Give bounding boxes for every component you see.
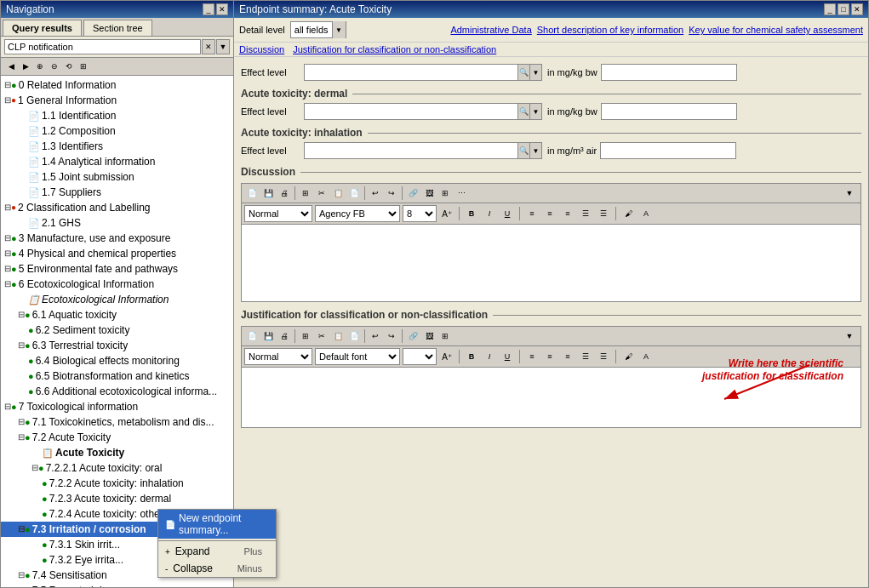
dermal-effect-search-btn[interactable]: 🔍	[517, 104, 529, 119]
editor-undo-btn[interactable]: ↩	[368, 186, 383, 201]
editor-link-btn[interactable]: 🔗	[405, 186, 420, 201]
nav-add-btn[interactable]: ⊕	[33, 60, 47, 73]
discussion-paint-btn[interactable]: 🖌	[620, 206, 636, 221]
collapse-tree-icon[interactable]: ⊟	[4, 277, 11, 291]
discussion-bold-btn[interactable]: B	[464, 206, 479, 221]
tab-admin-data[interactable]: Administrative Data	[450, 25, 531, 35]
just-color-btn[interactable]: A	[638, 349, 654, 364]
collapse-tree-icon[interactable]: ⊟	[18, 431, 25, 444]
justification-editor-body[interactable]	[242, 368, 860, 427]
tab-key-value[interactable]: Key value for chemical safety assessment	[689, 25, 863, 35]
tree-item-1_7[interactable]: 📄 1.7 Suppliers	[1, 185, 233, 200]
editor-new-btn[interactable]: 📄	[244, 186, 260, 201]
just-table2-btn[interactable]: ⊞	[437, 328, 453, 344]
just-print-btn[interactable]: 🖨	[277, 328, 292, 344]
discussion-color-btn[interactable]: A	[638, 206, 654, 221]
nav-minimize-btn[interactable]: _	[203, 3, 214, 15]
discussion-size-select[interactable]: 8	[403, 205, 437, 222]
editor-redo-btn[interactable]: ↪	[384, 186, 399, 201]
collapse-tree-icon[interactable]: ⊟	[4, 94, 11, 107]
editor-more-btn[interactable]: ⋯	[454, 186, 469, 201]
tree-item-7_1[interactable]: ⊟ ● 7.1 Toxicokinetics, metabolism and d…	[1, 414, 233, 430]
just-redo-btn[interactable]: ↪	[384, 328, 399, 344]
just-save-btn[interactable]: 💾	[260, 328, 276, 344]
tree-item-7_2_2[interactable]: ● 7.2.2 Acute toxicity: inhalation	[1, 476, 233, 491]
tree-item-6_2[interactable]: ● 6.2 Sediment toxicity	[1, 323, 233, 338]
just-font-select[interactable]: Default font	[315, 348, 400, 365]
collapse-tree-icon[interactable]: ⊟	[18, 308, 25, 322]
nav-expand-all-btn[interactable]: ⊞	[77, 60, 90, 73]
editor-table-btn[interactable]: ⊞	[298, 186, 313, 201]
dermal-effect-drop-btn[interactable]: ▼	[529, 104, 541, 119]
tree-item-2[interactable]: ⊟ ● 2 Classification and Labelling	[1, 200, 233, 215]
tree-item-0[interactable]: ⊟ ● 0 Related Information	[1, 77, 233, 93]
main-close-btn[interactable]: ✕	[851, 3, 863, 15]
collapse-tree-icon[interactable]: ⊟	[4, 78, 11, 92]
oral-effect-drop-btn[interactable]: ▼	[529, 65, 541, 80]
dermal-effect-input[interactable]	[305, 104, 517, 119]
detail-level-dropdown-btn[interactable]: ▼	[332, 21, 346, 38]
just-paint-btn[interactable]: 🖌	[620, 349, 636, 364]
tree-item-7[interactable]: ⊟ ● 7 Toxicological information	[1, 399, 233, 414]
tab-discussion[interactable]: Discussion	[239, 44, 284, 54]
just-new-btn[interactable]: 📄	[244, 328, 260, 344]
editor-expand-btn[interactable]: ▼	[841, 186, 858, 201]
discussion-align-right-btn[interactable]: ≡	[560, 206, 575, 221]
collapse-tree-icon[interactable]: ⊟	[18, 415, 25, 429]
inhalation-effect-drop-btn[interactable]: ▼	[529, 143, 541, 158]
tree-item-5[interactable]: ⊟ ● 5 Environmental fate and pathways	[1, 261, 233, 277]
tab-justification[interactable]: Justification for classification or non-…	[293, 44, 496, 54]
tree-item-1[interactable]: ⊟ ● 1 General Information	[1, 93, 233, 108]
context-menu-item-new[interactable]: 📄 New endpoint summary...	[158, 510, 276, 539]
nav-back-btn[interactable]: ◀	[4, 60, 18, 73]
collapse-tree-icon[interactable]: ⊟	[31, 461, 38, 475]
discussion-font-select[interactable]: Agency FB	[315, 205, 400, 222]
just-align-center-btn[interactable]: ≡	[542, 349, 557, 364]
tree-item-3[interactable]: ⊟ ● 3 Manufacture, use and exposure	[1, 231, 233, 246]
oral-effect-input[interactable]	[305, 65, 517, 80]
discussion-underline-btn[interactable]: U	[500, 206, 515, 221]
discussion-style-select[interactable]: Normal	[244, 205, 312, 222]
editor-print-btn[interactable]: 🖨	[277, 186, 292, 201]
discussion-font-size-grow[interactable]: A⁺	[439, 206, 455, 221]
tree-item-7_2[interactable]: ⊟ ● 7.2 Acute Toxicity	[1, 430, 233, 445]
nav-refresh-btn[interactable]: ⟲	[62, 60, 76, 73]
tab-short-desc[interactable]: Short description of key information	[537, 25, 683, 35]
just-table-btn[interactable]: ⊞	[298, 328, 313, 344]
editor-paste-btn[interactable]: 📄	[346, 186, 362, 201]
main-minimize-btn[interactable]: _	[824, 3, 836, 15]
search-input[interactable]	[4, 39, 201, 54]
context-menu-item-expand[interactable]: + Expand Plus	[158, 543, 276, 560]
discussion-align-left-btn[interactable]: ≡	[524, 206, 540, 221]
discussion-italic-btn[interactable]: I	[482, 206, 497, 221]
collapse-tree-icon[interactable]: ⊟	[18, 339, 25, 352]
just-align-left-btn[interactable]: ≡	[524, 349, 540, 364]
collapse-tree-icon[interactable]: ⊟	[4, 262, 11, 276]
editor-cut-btn[interactable]: ✂	[314, 186, 329, 201]
oral-effect-search-btn[interactable]: 🔍	[517, 65, 529, 80]
tree-item-6_eco[interactable]: 📋 Ecotoxicological Information	[1, 292, 233, 307]
just-cut-btn[interactable]: ✂	[314, 328, 329, 344]
just-align-right-btn[interactable]: ≡	[560, 349, 575, 364]
tree-item-1_1[interactable]: 📄 1.1 Identification	[1, 108, 233, 123]
just-size-select[interactable]	[403, 348, 437, 365]
tree-item-6_3[interactable]: ⊟ ● 6.3 Terrestrial toxicity	[1, 338, 233, 353]
collapse-tree-icon[interactable]: ⊟	[4, 247, 11, 260]
just-copy-btn[interactable]: 📋	[330, 328, 346, 344]
discussion-olist-btn[interactable]: ☰	[596, 206, 611, 221]
main-maxrestore-btn[interactable]: □	[838, 3, 849, 15]
just-paste-btn[interactable]: 📄	[346, 328, 362, 344]
nav-remove-btn[interactable]: ⊖	[48, 60, 61, 73]
discussion-list-btn[interactable]: ☰	[578, 206, 593, 221]
editor-save-btn[interactable]: 💾	[260, 186, 276, 201]
just-image-btn[interactable]: 🖼	[421, 328, 437, 344]
tree-item-7_2_3[interactable]: ● 7.2.3 Acute toxicity: dermal	[1, 491, 233, 506]
collapse-tree-icon[interactable]: ⊟	[4, 201, 11, 214]
tree-item-6_1[interactable]: ⊟ ● 6.1 Aquatic toxicity	[1, 307, 233, 323]
tree-item-6_5[interactable]: ● 6.5 Biotransformation and kinetics	[1, 368, 233, 384]
tree-item-1_2[interactable]: 📄 1.2 Composition	[1, 123, 233, 139]
tree-item-7_5[interactable]: ⊟ ● 7.5 Repeated dos...	[1, 583, 233, 587]
tree-item-2_1[interactable]: 📄 2.1 GHS	[1, 215, 233, 231]
editor-image-btn[interactable]: 🖼	[421, 186, 437, 201]
tree-item-1_4[interactable]: 📄 1.4 Analytical information	[1, 154, 233, 169]
